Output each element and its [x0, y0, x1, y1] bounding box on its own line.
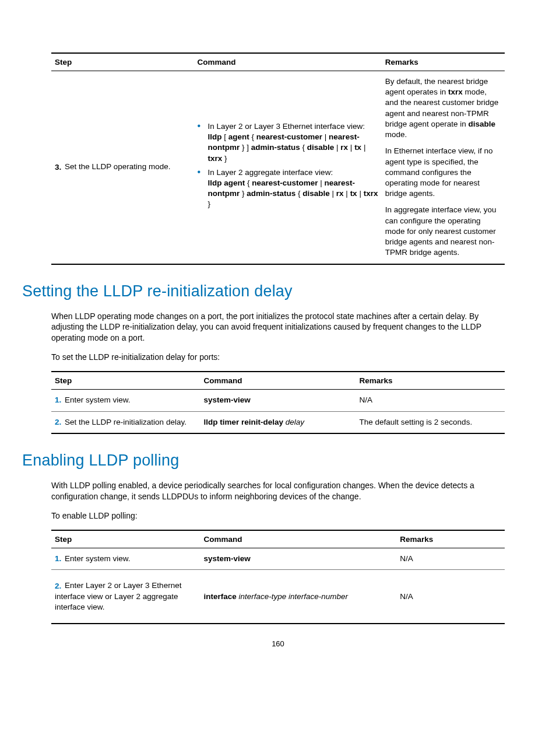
command-keyword: interface [203, 592, 236, 601]
command-text: { [295, 189, 302, 198]
table-header-remarks: Remarks [396, 530, 505, 548]
command-keyword: lldp timer reinit-delay [203, 418, 283, 426]
command-text: { [300, 143, 307, 152]
section-heading-reinit-delay: Setting the LLDP re-initialization delay [22, 282, 505, 300]
command-keyword: admin-status [251, 143, 300, 152]
command-text: | [344, 189, 350, 198]
body-paragraph: When LLDP operating mode changes on a po… [51, 311, 505, 344]
command-text: [ [222, 132, 228, 141]
document-page: Step Command Remarks 3. Set the LLDP ope… [0, 0, 556, 671]
command-text: | [334, 143, 340, 152]
remarks-text: mode. [385, 130, 407, 139]
command-text: | [318, 178, 325, 187]
table-row: 3. Set the LLDP operating mode. In Layer… [51, 71, 505, 264]
section-heading-lldp-polling: Enabling LLDP polling [22, 452, 505, 470]
step-number: 2. [55, 418, 62, 426]
remarks-text: N/A [396, 548, 505, 570]
command-text: } ] [240, 143, 251, 152]
command-text: | [330, 189, 336, 198]
remarks-text: The default setting is 2 seconds. [356, 411, 505, 433]
table-header-command: Command [194, 53, 382, 71]
step-number: 1. [55, 554, 62, 563]
step-text: Set the LLDP re-initialization delay. [65, 418, 186, 426]
body-paragraph: To set the LLDP re-initialization delay … [51, 352, 505, 363]
command-argument: delay [283, 418, 304, 426]
command-argument: interface-type interface-number [237, 592, 348, 601]
step-number: 1. [55, 396, 62, 404]
remarks-text: N/A [396, 570, 505, 624]
command-keyword: rx [336, 189, 344, 198]
table-row: 1. Enter system view. system-view N/A [51, 548, 505, 570]
step-text: Set the LLDP operating mode. [65, 162, 170, 171]
remarks-keyword: txrx [448, 88, 463, 96]
command-keyword: system-view [203, 396, 250, 404]
table-header-remarks: Remarks [382, 53, 505, 71]
remarks-paragraph: In Ethernet interface view, if no agent … [385, 146, 501, 199]
lldp-polling-table: Step Command Remarks 1. Enter system vie… [51, 530, 505, 625]
command-list-item: In Layer 2 or Layer 3 Ethernet interface… [198, 121, 378, 164]
step-text: Enter Layer 2 or Layer 3 Ethernet interf… [55, 581, 181, 611]
command-keyword: disable [302, 189, 330, 198]
table-header-command: Command [200, 372, 356, 390]
command-keyword: tx [350, 189, 357, 198]
table-header-step: Step [51, 53, 194, 71]
command-keyword: agent [228, 132, 249, 141]
reinit-delay-table: Step Command Remarks 1. Enter system vie… [51, 371, 505, 434]
table-header-remarks: Remarks [356, 372, 505, 390]
command-keyword: txrx [208, 154, 223, 163]
command-keyword: system-view [203, 554, 250, 563]
command-text: { [245, 178, 252, 187]
command-text: | [348, 143, 354, 152]
command-text: } [222, 154, 227, 163]
page-number: 160 [51, 624, 505, 648]
body-paragraph: To enable LLDP polling: [51, 510, 505, 522]
body-paragraph: With LLDP polling enabled, a device peri… [51, 480, 505, 502]
remarks-paragraph: In aggregate interface view, you can con… [385, 205, 501, 258]
step-text: Enter system view. [65, 396, 131, 404]
remarks-text: N/A [356, 390, 505, 412]
table-header-step: Step [51, 530, 200, 548]
table-header-command: Command [200, 530, 396, 548]
command-keyword: tx [354, 143, 361, 152]
table-row: 2. Set the LLDP re-initialization delay.… [51, 411, 505, 433]
step-number: 3. [55, 163, 62, 172]
command-text: | [361, 143, 365, 152]
command-keyword: disable [307, 143, 335, 152]
command-keyword: rx [340, 143, 348, 152]
command-list-item: In Layer 2 aggregate interface view: lld… [198, 167, 378, 210]
remarks-paragraph: By default, the nearest bridge agent ope… [385, 76, 501, 140]
table-row: 1. Enter system view. system-view N/A [51, 390, 505, 412]
step-number: 2. [55, 582, 62, 590]
lldp-operating-mode-table: Step Command Remarks 3. Set the LLDP ope… [51, 52, 505, 265]
command-keyword: nearest-customer [252, 178, 318, 187]
command-text: | [357, 189, 364, 198]
command-text: } [208, 200, 211, 208]
command-keyword: lldp agent [208, 178, 245, 187]
table-header-step: Step [51, 372, 200, 390]
command-text: In Layer 2 aggregate interface view: [208, 168, 333, 177]
command-keyword: admin-status [247, 189, 295, 198]
command-text: } [240, 189, 247, 198]
command-text: | [322, 132, 329, 141]
table-row: 2. Enter Layer 2 or Layer 3 Ethernet int… [51, 570, 505, 624]
command-keyword: lldp [208, 132, 222, 141]
command-text: In Layer 2 or Layer 3 Ethernet interface… [208, 122, 365, 131]
command-text: { [249, 132, 256, 141]
command-keyword: txrx [364, 189, 378, 198]
step-text: Enter system view. [65, 554, 131, 563]
remarks-keyword: disable [468, 120, 495, 128]
command-keyword: nearest-customer [256, 132, 322, 141]
